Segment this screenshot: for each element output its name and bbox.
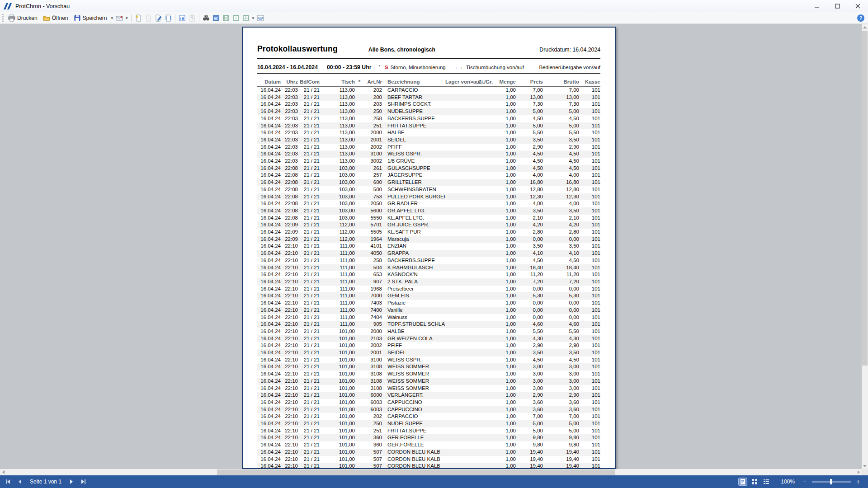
cell-storno — [355, 434, 364, 441]
oeffnen-button[interactable]: Öffnen — [40, 13, 71, 23]
cell-bdcom: 21 / 21 — [298, 87, 320, 94]
cell-zigr — [477, 193, 494, 201]
cell-zigr — [477, 399, 494, 406]
cell-preis: 3,00 — [516, 363, 543, 371]
new-page-button[interactable] — [133, 13, 143, 23]
speichern-dropdown-icon[interactable]: ▾ — [110, 16, 115, 20]
cell-preis: 4,50 — [516, 257, 543, 264]
speichern-button[interactable]: Speichern — [71, 13, 110, 23]
first-page-button[interactable] — [5, 478, 12, 485]
cell-storno — [355, 257, 364, 264]
zoom-slider-thumb[interactable] — [830, 479, 832, 484]
table-row: 16.04.2422:0821 / 21103,00257JÄGERSUPPE1… — [257, 172, 600, 179]
close-button[interactable] — [848, 0, 868, 12]
cell-zigr — [477, 314, 494, 321]
previous-page-button[interactable] — [16, 478, 24, 485]
scroll-right-arrow-icon[interactable] — [855, 469, 862, 475]
divider — [257, 73, 600, 74]
vertical-scroll-thumb[interactable] — [862, 31, 868, 366]
cell-tisch: 111,00 — [320, 271, 355, 278]
cell-zigr — [477, 328, 494, 335]
search-button[interactable] — [201, 13, 211, 23]
copy-page-button[interactable] — [143, 13, 153, 23]
export-mail-button[interactable] — [114, 13, 124, 23]
statusbar: Seite 1 von 1 100% — [0, 475, 868, 488]
cell-brutto: 5,00 — [543, 427, 579, 435]
vertical-scrollbar[interactable] — [862, 24, 868, 469]
page-list-button[interactable] — [177, 13, 187, 23]
open-folder-icon — [43, 14, 50, 22]
zoom-slider[interactable] — [812, 478, 851, 485]
cell-brutto: 12,30 — [543, 193, 579, 201]
cell-artnr: 250 — [364, 108, 382, 115]
last-page-button[interactable] — [80, 478, 87, 485]
cell-zigr — [477, 122, 494, 130]
cell-menge: 1,00 — [494, 307, 516, 314]
cell-artnr: 258 — [364, 257, 382, 264]
scroll-left-arrow-icon[interactable] — [0, 469, 6, 475]
cell-artnr: 5505 — [364, 229, 382, 236]
single-page-view-button[interactable] — [211, 13, 221, 23]
table-row: 16.04.2422:0321 / 21113,00200BEEF TARTAR… — [257, 94, 600, 101]
cell-kasse: 101 — [579, 115, 600, 122]
cell-bdcom: 21 / 21 — [298, 321, 320, 328]
table-row: 16.04.2422:1021 / 21111,007403Pistazie1,… — [257, 300, 600, 307]
cell-datum: 16.04.24 — [257, 257, 281, 264]
page-navigation: Seite 1 von 1 — [5, 478, 87, 485]
cell-bdcom: 21 / 21 — [298, 136, 320, 144]
clipboard-help-button[interactable] — [187, 13, 197, 23]
cell-preis: 5,30 — [516, 292, 543, 300]
drucken-button[interactable]: Drucken — [5, 13, 40, 23]
cell-kasse: 101 — [579, 363, 600, 371]
cell-brutto: 4,10 — [543, 250, 579, 257]
cell-tisch: 113,00 — [320, 150, 355, 158]
cell-artnr: 1968 — [364, 286, 382, 293]
page-view-dropdown-icon[interactable]: ▾ — [251, 16, 256, 20]
maximize-button[interactable] — [827, 0, 848, 12]
zoom-in-icon[interactable]: + — [854, 478, 862, 485]
help-icon[interactable]: ? — [857, 14, 864, 22]
details-view-button[interactable] — [762, 478, 771, 486]
cell-datum: 16.04.24 — [257, 321, 281, 328]
two-page-view-button[interactable] — [231, 13, 241, 23]
cell-tisch: 101,00 — [320, 449, 355, 456]
cell-storno — [355, 427, 364, 435]
thumbnails-view-button[interactable] — [750, 478, 759, 486]
report-page[interactable]: Protokollauswertung Alle Bons, chronolog… — [242, 27, 616, 469]
cell-preis: 2,90 — [516, 144, 543, 151]
cell-menge: 1,00 — [494, 207, 516, 215]
next-page-button[interactable] — [68, 478, 75, 485]
cell-uhrz: 22:03 — [281, 115, 298, 122]
multi-page-view-icon — [242, 14, 250, 22]
cell-zigr — [477, 172, 494, 179]
cell-kasse: 101 — [579, 129, 600, 136]
table-row: 16.04.2422:0921 / 21112,005701GR.JUICE G… — [257, 221, 600, 229]
minimize-button[interactable] — [807, 0, 827, 12]
print-date: Druckdatum: 16.04.2024 — [539, 47, 600, 53]
scroll-down-arrow-icon[interactable] — [862, 463, 868, 469]
cell-preis: 7,00 — [516, 413, 543, 420]
cell-datum: 16.04.24 — [257, 406, 281, 413]
horizontal-scrollbar[interactable] — [0, 469, 862, 475]
table-row: 16.04.2422:1021 / 21101,006003CAPPUCCINO… — [257, 399, 600, 406]
cell-storno — [355, 392, 364, 399]
cell-tisch: 101,00 — [320, 456, 355, 463]
cell-brutto: 4,50 — [543, 257, 579, 264]
cell-tisch: 113,00 — [320, 87, 355, 94]
table-row: 16.04.2422:1021 / 21101,00202CARPACCIO1,… — [257, 413, 600, 420]
cell-zigr — [477, 378, 494, 385]
fit-width-button[interactable] — [255, 13, 265, 23]
page-view-button[interactable] — [738, 478, 747, 486]
table-row: 16.04.2422:0821 / 21103,00600GRILLTELLER… — [257, 179, 600, 186]
green-page-view-button[interactable] — [221, 13, 231, 23]
scroll-up-arrow-icon[interactable] — [862, 24, 868, 30]
multi-page-view-button[interactable] — [241, 13, 251, 23]
page-outline-button[interactable] — [163, 13, 173, 23]
zoom-out-icon[interactable]: − — [801, 478, 808, 485]
cell-artnr: 257 — [364, 172, 382, 179]
horizontal-scroll-thumb[interactable] — [217, 469, 615, 475]
cell-artnr: 2000 — [364, 328, 382, 335]
edit-page-button[interactable] — [153, 13, 163, 23]
export-dropdown-icon[interactable]: ▾ — [124, 16, 129, 20]
cell-menge: 1,00 — [494, 300, 516, 307]
